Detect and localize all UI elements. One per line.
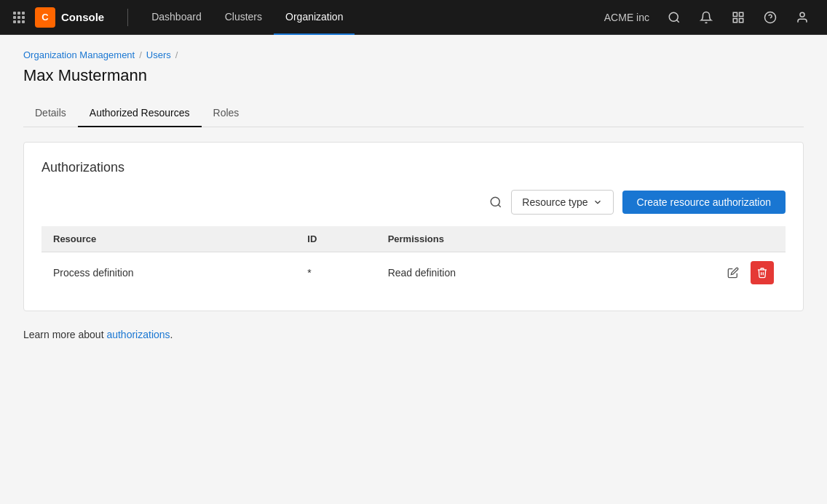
svg-rect-5	[22, 16, 25, 19]
cell-resource: Process definition	[41, 252, 296, 294]
row-actions	[612, 261, 774, 284]
table-header: Resource ID Permissions	[41, 226, 786, 252]
nav-links: Dashboard Clusters Organization	[140, 0, 604, 35]
cell-permissions: Read definition	[376, 252, 600, 294]
svg-point-9	[669, 12, 678, 21]
svg-point-18	[491, 197, 500, 206]
grid-icon[interactable]	[12, 10, 26, 25]
logo[interactable]: C Console	[35, 7, 104, 28]
cell-actions	[600, 252, 786, 294]
table-toolbar: Resource type Create resource authorizat…	[41, 190, 786, 215]
breadcrumb-org-mgmt[interactable]: Organization Management	[23, 49, 135, 60]
col-actions	[600, 226, 786, 252]
breadcrumb-users[interactable]: Users	[146, 49, 171, 60]
logo-box: C	[35, 7, 55, 28]
nav-link-organization[interactable]: Organization	[274, 0, 355, 35]
svg-rect-12	[740, 12, 743, 16]
search-icon	[489, 196, 502, 209]
col-id: ID	[296, 226, 376, 252]
breadcrumb-sep-1: /	[139, 49, 142, 60]
breadcrumb-sep-2: /	[175, 49, 178, 60]
org-name: ACME inc	[604, 12, 649, 23]
breadcrumb: Organization Management / Users /	[23, 49, 804, 60]
logo-text: Console	[61, 11, 104, 23]
tabs: Details Authorized Resources Roles	[23, 100, 804, 127]
chevron-down-icon	[593, 197, 603, 207]
svg-line-19	[499, 204, 501, 207]
svg-rect-8	[22, 20, 25, 23]
delete-button[interactable]	[751, 261, 774, 284]
authorizations-link[interactable]: authorizations	[106, 329, 170, 340]
tab-details[interactable]: Details	[23, 100, 78, 127]
nav-link-dashboard[interactable]: Dashboard	[140, 0, 213, 35]
svg-rect-4	[17, 16, 20, 19]
create-authorization-button[interactable]: Create resource authorization	[622, 191, 786, 214]
nav-divider	[127, 9, 128, 26]
svg-rect-7	[17, 20, 20, 23]
main-content: Organization Management / Users / Max Mu…	[0, 35, 827, 504]
edit-icon	[727, 267, 739, 279]
card-title: Authorizations	[41, 160, 786, 175]
user-button[interactable]	[789, 4, 815, 31]
svg-line-10	[676, 20, 678, 22]
svg-rect-6	[13, 20, 16, 23]
table-body: Process definition * Read definition	[41, 252, 786, 294]
resource-type-dropdown[interactable]: Resource type	[511, 190, 613, 215]
svg-point-17	[800, 12, 804, 17]
edit-button[interactable]	[721, 261, 745, 284]
tab-authorized-resources[interactable]: Authorized Resources	[78, 100, 202, 127]
footer-note: Learn more about authorizations.	[23, 329, 804, 340]
apps-button[interactable]	[725, 4, 751, 31]
authorizations-card: Authorizations Resource type Create reso…	[23, 142, 804, 311]
cell-id: *	[296, 252, 376, 294]
help-button[interactable]	[757, 4, 783, 31]
topnav: C Console Dashboard Clusters Organizatio…	[0, 0, 827, 35]
search-button[interactable]	[661, 4, 687, 31]
notifications-button[interactable]	[693, 4, 719, 31]
page-title: Max Mustermann	[23, 66, 804, 85]
topnav-right: ACME inc	[604, 4, 815, 31]
table-row: Process definition * Read definition	[41, 252, 786, 294]
svg-rect-11	[733, 12, 737, 16]
col-permissions: Permissions	[376, 226, 600, 252]
svg-rect-2	[22, 12, 25, 15]
svg-rect-13	[733, 18, 737, 22]
svg-rect-3	[13, 16, 16, 19]
svg-rect-1	[17, 12, 20, 15]
trash-icon	[756, 267, 768, 279]
svg-rect-0	[13, 12, 16, 15]
svg-rect-14	[740, 18, 743, 22]
authorizations-table: Resource ID Permissions Process definiti…	[41, 226, 786, 293]
nav-link-clusters[interactable]: Clusters	[213, 0, 274, 35]
col-resource: Resource	[41, 226, 296, 252]
tab-roles[interactable]: Roles	[202, 100, 251, 127]
